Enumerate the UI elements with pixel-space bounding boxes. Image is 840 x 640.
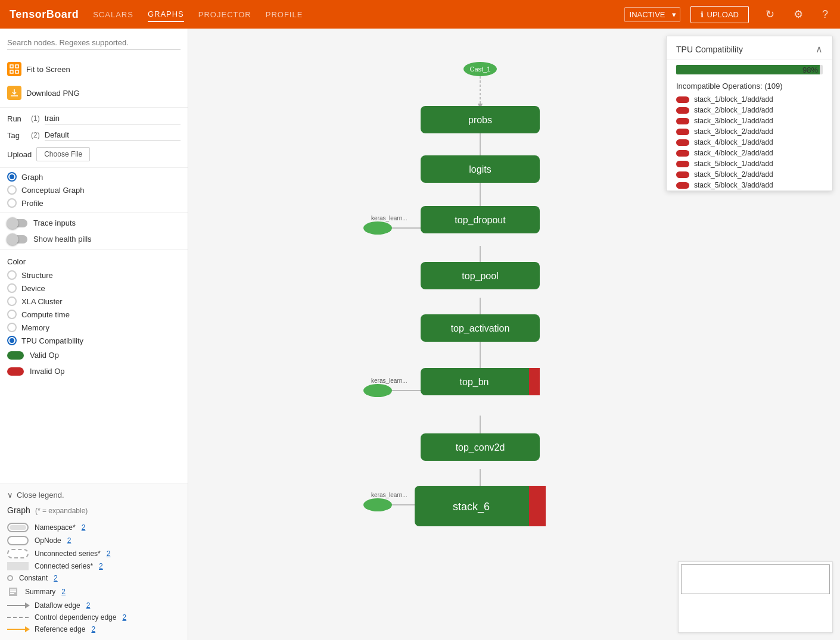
summary-link[interactable]: 2	[61, 588, 66, 596]
radio-graph[interactable]: Graph	[0, 170, 188, 183]
incompat-item: stack_4/block_1/add/add	[667, 137, 832, 148]
radio-profile-label: Profile	[21, 199, 43, 208]
control-link[interactable]: 2	[122, 613, 126, 622]
tag-count: (2)	[31, 131, 40, 139]
progress-wrapper: 98%	[667, 65, 832, 74]
dataflow-link[interactable]: 2	[86, 601, 91, 610]
color-memory[interactable]: Memory	[0, 321, 188, 334]
svg-rect-2	[10, 70, 13, 73]
namespace-link[interactable]: 2	[82, 523, 86, 532]
legend-constant: Constant 2	[7, 572, 181, 584]
color-structure-label: Structure	[21, 271, 53, 280]
fit-icon	[7, 62, 21, 76]
tag-row: Tag (2) Default	[0, 127, 188, 143]
nav-scalars[interactable]: SCALARS	[93, 8, 133, 21]
upload-label: Upload	[7, 150, 32, 159]
trace-inputs-toggle[interactable]	[7, 219, 27, 227]
run-count: (1)	[31, 114, 40, 123]
opnode-link[interactable]: 2	[67, 536, 71, 545]
nav-graphs[interactable]: GRAPHS	[148, 7, 184, 22]
svg-text:keras_learn...: keras_learn...	[371, 492, 407, 498]
nav-projector[interactable]: PROJECTOR	[198, 8, 251, 21]
tag-select[interactable]: Default	[45, 129, 181, 141]
choose-file-button[interactable]: Choose File	[36, 147, 90, 161]
red-pill-icon	[676, 96, 689, 103]
svg-text:probs: probs	[468, 115, 492, 125]
chevron-down-icon: ∨	[7, 491, 13, 499]
progress-label: 98%	[802, 65, 818, 74]
color-xla-label: XLA Cluster	[21, 297, 63, 306]
graph-area[interactable]: Cast_1 probs logits keras_learn... top_d…	[188, 29, 840, 640]
upload-button[interactable]: ℹ UPLOAD	[690, 6, 749, 23]
progress-bar-bg	[676, 65, 823, 74]
color-device[interactable]: Device	[0, 282, 188, 295]
unconnected-shape	[7, 549, 29, 558]
svg-rect-3	[15, 70, 18, 73]
unconnected-link[interactable]: 2	[107, 550, 111, 558]
legend-reference: Reference edge 2	[7, 623, 181, 635]
header: TensorBoard SCALARS GRAPHS PROJECTOR PRO…	[0, 0, 840, 29]
incompat-item: stack_1/block_1/add/add	[667, 94, 832, 105]
svg-rect-1	[15, 65, 18, 68]
svg-text:top_bn: top_bn	[460, 377, 489, 388]
refresh-icon[interactable]: ↻	[763, 5, 777, 23]
constant-label: Constant	[19, 574, 48, 582]
legend-toggle[interactable]: ∨ Close legend.	[7, 488, 181, 502]
search-input[interactable]	[7, 36, 181, 50]
color-xla[interactable]: XLA Cluster	[0, 295, 188, 308]
connected-shape	[7, 562, 29, 570]
red-pill-icon	[676, 139, 689, 146]
valid-op-row: Valid Op	[0, 347, 188, 363]
legend-namespace: Namespace* 2	[7, 521, 181, 534]
help-icon[interactable]: ?	[820, 6, 830, 23]
download-png-button[interactable]: Download PNG	[0, 81, 188, 105]
color-device-label: Device	[21, 284, 45, 293]
tpu-header: TPU Compatibility ∧	[667, 36, 832, 60]
tpu-title: TPU Compatibility	[676, 45, 743, 54]
radio-graph-label: Graph	[21, 173, 43, 182]
download-png-label: Download PNG	[26, 89, 80, 98]
svg-text:top_activation: top_activation	[451, 323, 510, 334]
connected-label: Connected series*	[35, 562, 93, 570]
legend-dataflow: Dataflow edge 2	[7, 600, 181, 611]
opnode-shape	[7, 536, 29, 545]
summary-shape	[7, 586, 19, 598]
incompat-item: stack_5/block_3/add/add	[667, 180, 832, 191]
show-health-pills-toggle[interactable]	[7, 235, 27, 243]
legend-title: Graph	[7, 503, 30, 517]
constant-shape	[7, 575, 13, 581]
red-pill-icon	[676, 118, 689, 124]
color-tpu[interactable]: TPU Compatibility	[0, 334, 188, 347]
trace-inputs-knob	[7, 217, 18, 229]
sidebar: Fit to Screen Download PNG Run (1) train…	[0, 29, 188, 640]
trace-inputs-label: Trace inputs	[33, 218, 76, 227]
incompat-list: stack_1/block_1/add/addstack_2/block_1/a…	[667, 94, 832, 191]
radio-profile[interactable]: Profile	[0, 196, 188, 210]
color-compute[interactable]: Compute time	[0, 308, 188, 321]
constant-link[interactable]: 2	[54, 574, 58, 582]
run-select[interactable]: train	[45, 113, 181, 124]
valid-op-icon	[7, 351, 24, 360]
reference-link[interactable]: 2	[91, 625, 95, 633]
status-wrapper: INACTIVE ▾	[624, 7, 676, 22]
radio-conceptual[interactable]: Conceptual Graph	[0, 183, 188, 196]
red-pill-icon	[676, 107, 689, 114]
color-memory-circle	[7, 323, 17, 332]
legend-section: ∨ Close legend. Graph (* = expandable) N…	[0, 483, 188, 640]
info-icon: ℹ	[701, 10, 704, 19]
status-select[interactable]: INACTIVE	[624, 7, 680, 22]
incompat-item: stack_4/block_2/add/add	[667, 148, 832, 158]
nav-profile[interactable]: PROFILE	[266, 8, 303, 21]
red-pill-icon	[676, 171, 689, 178]
settings-icon[interactable]: ⚙	[791, 5, 805, 23]
color-structure[interactable]: Structure	[0, 269, 188, 282]
minimap-viewport	[681, 564, 830, 594]
minimap[interactable]	[678, 561, 833, 633]
tpu-panel: TPU Compatibility ∧ 98% Incompatible Ope…	[666, 36, 833, 191]
connected-link[interactable]: 2	[99, 562, 103, 570]
svg-text:Cast_1: Cast_1	[470, 65, 491, 73]
fit-to-screen-button[interactable]: Fit to Screen	[0, 57, 188, 81]
tpu-close-button[interactable]: ∧	[816, 43, 823, 55]
color-device-circle	[7, 283, 17, 293]
incompat-item: stack_2/block_1/add/add	[667, 105, 832, 115]
